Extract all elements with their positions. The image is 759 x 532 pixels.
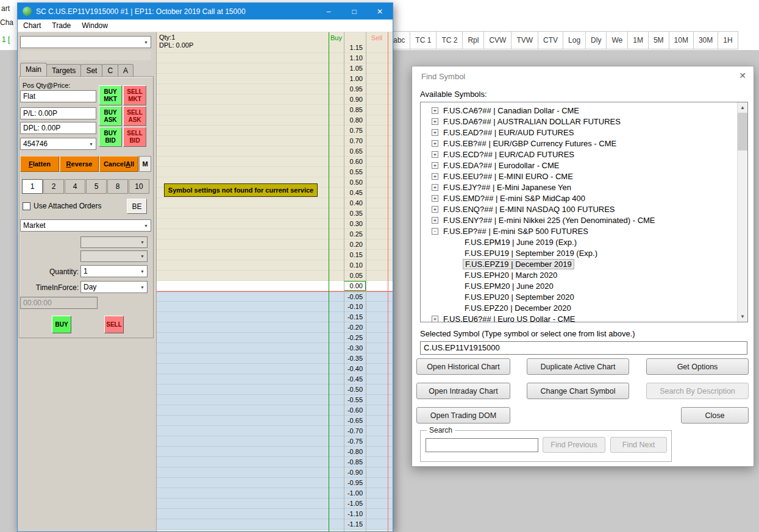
toolbar-button-cvw[interactable]: CVW — [483, 31, 511, 49]
sell-cell[interactable] — [366, 105, 388, 115]
buy-cell[interactable] — [329, 281, 344, 291]
symbol-tree-item[interactable]: F.US.EPU19 | September 2019 (Exp.) — [421, 247, 737, 258]
toolbar-button-log[interactable]: Log — [563, 31, 586, 49]
price-cell[interactable]: 0.25 — [344, 229, 366, 239]
buy-cell[interactable] — [329, 43, 344, 52]
price-cell[interactable]: 0.20 — [344, 239, 366, 249]
price-cell[interactable]: 0.90 — [344, 94, 366, 104]
buy-cell[interactable] — [329, 167, 344, 177]
buy-cell[interactable] — [329, 509, 344, 519]
sell-cell[interactable] — [366, 302, 388, 311]
selected-symbol-input[interactable]: C.US.EP11V1915000 — [420, 341, 747, 355]
buy-cell[interactable] — [329, 239, 344, 249]
buy-cell[interactable] — [329, 188, 344, 197]
price-cell[interactable]: -1.05 — [344, 498, 366, 508]
price-cell[interactable]: 0.95 — [344, 84, 366, 94]
sell-cell[interactable] — [366, 198, 388, 208]
sell-cell[interactable] — [366, 63, 388, 73]
collapse-icon[interactable]: - — [432, 228, 438, 235]
sell-cell[interactable] — [366, 405, 388, 415]
toolbar-button-5m[interactable]: 5M — [648, 31, 669, 49]
search-by-description-button[interactable]: Search By Description — [646, 383, 749, 399]
toolbar-button-30m[interactable]: 30M — [693, 31, 718, 49]
menu-trade[interactable]: Trade — [46, 20, 76, 31]
open-historical-chart-button[interactable]: Open Historical Chart — [416, 358, 510, 375]
sell-cell[interactable] — [366, 126, 388, 135]
symbol-tree-item[interactable]: +F.US.DA6?## | AUSTRALIAN DOLLAR FUTURES — [421, 116, 737, 127]
sell-cell[interactable] — [366, 519, 388, 529]
sell-cell[interactable] — [366, 281, 388, 291]
price-cell[interactable]: -0.30 — [344, 343, 366, 353]
toolbar-button-tc-1[interactable]: TC 1 — [410, 31, 437, 49]
price-cell[interactable]: -0.80 — [344, 447, 366, 456]
price-cell[interactable]: -0.55 — [344, 395, 366, 405]
price-cell[interactable]: -0.45 — [344, 374, 366, 384]
sell-cell[interactable] — [366, 74, 388, 83]
buy-cell[interactable] — [329, 250, 344, 260]
sell-cell[interactable] — [366, 157, 388, 166]
close-icon[interactable]: ✕ — [739, 71, 746, 80]
buy-cell[interactable] — [329, 353, 344, 363]
open-intraday-chart-button[interactable]: Open Intraday Chart — [416, 383, 510, 399]
preset-qty-1[interactable]: 1 — [22, 179, 43, 194]
buy-cell[interactable] — [329, 436, 344, 446]
price-cell[interactable]: -0.05 — [344, 292, 366, 301]
flatten-button[interactable]: Flatten — [20, 156, 59, 172]
price-cell[interactable]: 0.55 — [344, 167, 366, 177]
buy-cell[interactable] — [329, 84, 344, 94]
price-cell[interactable]: 0.10 — [344, 260, 366, 270]
buy-button[interactable]: BUY — [52, 316, 71, 333]
price-cell[interactable]: -0.50 — [344, 385, 366, 394]
sell-cell[interactable] — [366, 94, 388, 104]
find-next-button[interactable]: Find Next — [610, 437, 667, 453]
buy-cell[interactable] — [329, 260, 344, 270]
buy-cell[interactable] — [329, 467, 344, 477]
price-cell[interactable]: -1.00 — [344, 488, 366, 498]
price-cell[interactable]: 0.50 — [344, 177, 366, 187]
sell-cell[interactable] — [366, 115, 388, 125]
instrument-combo[interactable]: ▼ — [20, 36, 151, 48]
close-icon[interactable]: ✕ — [367, 3, 393, 20]
scrollbar-track[interactable] — [738, 113, 747, 311]
tab-targets[interactable]: Targets — [46, 64, 81, 77]
buy-cell[interactable] — [329, 312, 344, 322]
buy-cell[interactable] — [329, 271, 344, 280]
price-cell[interactable]: 0.65 — [344, 146, 366, 156]
buy-cell[interactable] — [329, 208, 344, 218]
symbol-tree-item[interactable]: F.US.EPU20 | September 2020 — [421, 291, 737, 302]
price-cell[interactable]: -0.25 — [344, 333, 366, 342]
close-button[interactable]: Close — [681, 407, 749, 424]
price-cell[interactable]: -0.90 — [344, 467, 366, 477]
sell-cell[interactable] — [366, 333, 388, 342]
expand-icon[interactable]: + — [432, 129, 438, 136]
symbol-tree-item[interactable]: +F.US.ECD?## | EUR/CAD FUTURES — [421, 149, 737, 160]
find-previous-button[interactable]: Find Previous — [543, 437, 605, 453]
expand-icon[interactable]: + — [432, 118, 438, 125]
order-param-combo-2[interactable]: ▼ — [80, 250, 148, 262]
symbol-tree-item[interactable]: +F.US.ENQ?## | E-MINI NASDAQ 100 FUTURES — [421, 204, 737, 215]
sell-market-button[interactable]: SELL MKT — [123, 85, 146, 105]
sell-cell[interactable] — [366, 478, 388, 488]
sell-cell[interactable] — [366, 374, 388, 384]
sell-cell[interactable] — [366, 53, 388, 63]
buy-cell[interactable] — [329, 374, 344, 384]
price-cell[interactable]: 0.30 — [344, 219, 366, 229]
search-input[interactable] — [426, 438, 538, 452]
symbol-tree-item[interactable]: F.US.EPM20 | June 2020 — [421, 280, 737, 291]
sell-button[interactable]: SELL — [104, 316, 124, 333]
preset-qty-10[interactable]: 10 — [129, 179, 149, 194]
use-attached-orders-checkbox[interactable] — [23, 202, 30, 210]
sell-cell[interactable] — [366, 167, 388, 177]
buy-cell[interactable] — [329, 322, 344, 332]
toolbar-button-10m[interactable]: 10M — [669, 31, 694, 49]
price-cell[interactable]: -0.85 — [344, 457, 366, 467]
sell-cell[interactable] — [366, 146, 388, 156]
sell-cell[interactable] — [366, 229, 388, 239]
sell-cell[interactable] — [366, 426, 388, 436]
sell-cell[interactable] — [366, 488, 388, 498]
toolbar-button-1m[interactable]: 1M — [627, 31, 649, 49]
order-type-combo[interactable]: Market ▼ — [20, 219, 151, 232]
expand-icon[interactable]: + — [432, 140, 438, 147]
scroll-up-icon[interactable]: ▲ — [738, 102, 747, 113]
buy-cell[interactable] — [329, 343, 344, 353]
